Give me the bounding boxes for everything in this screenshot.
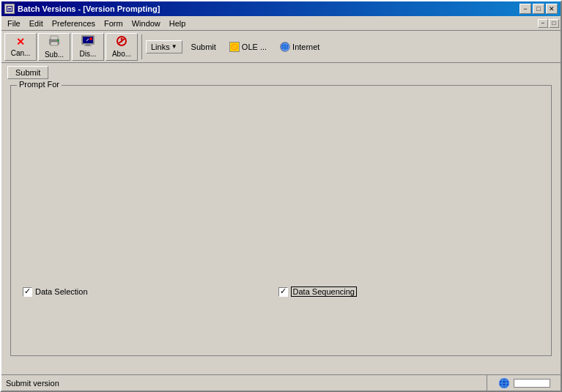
menu-help[interactable]: Help <box>165 18 191 29</box>
internet-label: Internet <box>292 42 319 51</box>
data-sequencing-label: Data Sequencing <box>291 286 357 297</box>
cancel-label: Can... <box>11 49 31 57</box>
links-dropdown-icon: ▼ <box>171 43 177 50</box>
printer-icon <box>48 35 61 49</box>
inner-restore-button[interactable]: □ <box>549 19 559 28</box>
display-toolbar-button[interactable]: Dis... <box>72 33 104 61</box>
main-area: Prompt For Data Selection Data Sequencin… <box>1 82 561 391</box>
abort-label: Abo... <box>112 50 131 58</box>
submit-row: Submit <box>1 63 561 82</box>
globe-status-icon <box>498 377 511 390</box>
cancel-toolbar-button[interactable]: ✕ Can... <box>4 33 37 61</box>
app-icon <box>4 4 15 14</box>
status-right <box>487 375 561 391</box>
maximize-button[interactable]: □ <box>533 4 544 14</box>
svg-rect-11 <box>84 45 92 46</box>
title-bar-left: Batch Versions - [Version Prompting] <box>4 4 160 14</box>
abort-icon <box>115 35 128 48</box>
ole-label: OLE ... <box>242 42 267 51</box>
display-label: Dis... <box>80 50 97 58</box>
group-box-label: Prompt For <box>17 80 62 89</box>
svg-rect-5 <box>51 36 58 40</box>
prompt-for-group: Prompt For Data Selection Data Sequencin… <box>10 85 552 356</box>
menu-preferences[interactable]: Preferences <box>48 18 100 29</box>
data-sequencing-item: Data Sequencing <box>278 286 357 297</box>
ole-button[interactable]: OLE ... <box>225 40 271 53</box>
close-button[interactable]: ✕ <box>546 4 558 14</box>
links-label: Links <box>151 42 170 51</box>
menu-file[interactable]: File <box>3 18 25 29</box>
internet-button[interactable]: Internet <box>276 40 324 53</box>
svg-rect-2 <box>8 8 11 9</box>
internet-icon <box>280 42 290 52</box>
display-icon <box>81 35 95 48</box>
inner-title-controls: − □ <box>538 19 559 28</box>
inner-minimize-button[interactable]: − <box>538 19 548 28</box>
svg-point-12 <box>89 37 92 40</box>
data-selection-checkbox[interactable] <box>23 287 32 297</box>
data-selection-item: Data Selection <box>23 286 88 297</box>
data-selection-label: Data Selection <box>35 287 88 296</box>
links-button[interactable]: Links ▼ <box>146 40 182 53</box>
submit-links-label[interactable]: Submit <box>187 41 221 53</box>
toolbar-divider <box>141 34 142 59</box>
menu-edit[interactable]: Edit <box>25 18 48 29</box>
ole-icon <box>229 42 240 52</box>
title-bar: Batch Versions - [Version Prompting] − □… <box>1 1 561 16</box>
svg-rect-6 <box>51 42 58 45</box>
menu-bar: File Edit Preferences Form Window Help −… <box>1 16 561 31</box>
window-title: Batch Versions - [Version Prompting] <box>18 4 160 13</box>
svg-point-16 <box>121 38 123 40</box>
submit-label: Sub... <box>45 51 64 59</box>
svg-rect-7 <box>57 40 59 41</box>
abort-toolbar-button[interactable]: Abo... <box>106 33 138 61</box>
submit-button[interactable]: Submit <box>7 66 48 79</box>
status-bar: Submit version <box>1 374 561 391</box>
checkbox-area: Data Selection Data Sequencing <box>23 286 357 297</box>
cancel-icon: ✕ <box>16 36 25 48</box>
menu-form[interactable]: Form <box>100 18 127 29</box>
main-window: Batch Versions - [Version Prompting] − □… <box>0 0 562 392</box>
status-progress-bar <box>514 379 550 388</box>
submit-toolbar-button[interactable]: Sub... <box>38 33 70 61</box>
status-text: Submit version <box>1 375 487 391</box>
data-sequencing-checkbox[interactable] <box>278 287 288 297</box>
minimize-button[interactable]: − <box>520 4 531 14</box>
title-controls: − □ ✕ <box>520 4 558 14</box>
menu-window[interactable]: Window <box>127 18 165 29</box>
svg-rect-10 <box>86 44 90 45</box>
toolbar: ✕ Can... Sub... <box>1 31 561 63</box>
svg-rect-3 <box>8 10 11 10</box>
